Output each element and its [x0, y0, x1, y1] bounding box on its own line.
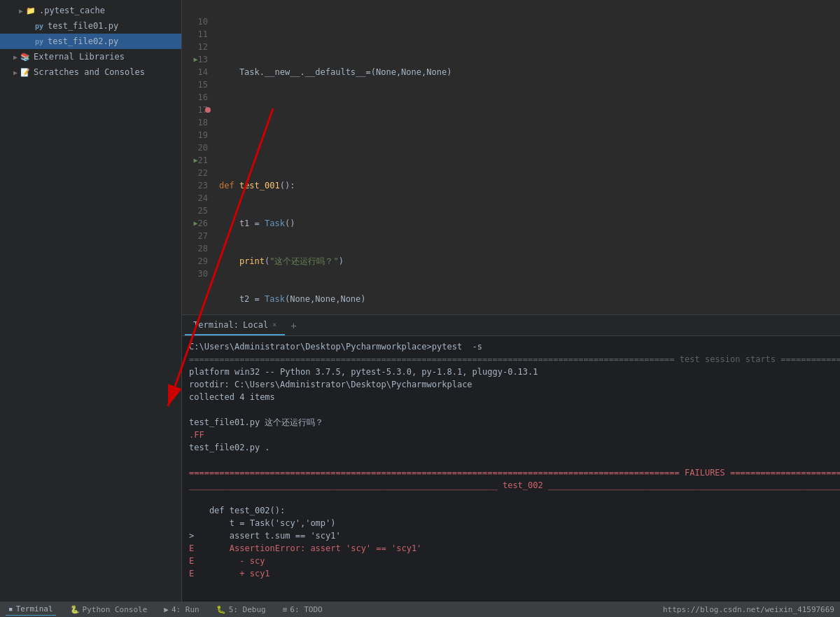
sidebar: ▶ 📁 .pytest_cache py test_file01.py py t… [0, 0, 182, 602]
sidebar-item-test-file01[interactable]: py test_file01.py [0, 18, 181, 34]
sidebar-tree: ▶ 📁 .pytest_cache py test_file01.py py t… [0, 0, 181, 602]
terminal-line: ========================================… [189, 353, 833, 366]
terminal-icon: ▪ [8, 604, 13, 613]
sidebar-item-pytest-cache[interactable]: ▶ 📁 .pytest_cache [0, 3, 181, 18]
editor-area: 10 11 12 ▶ 13 14 15 16 17 18 19 [182, 0, 840, 602]
tab-label: 6: TODO [290, 605, 322, 614]
sidebar-item-label: test_file01.py [48, 21, 118, 31]
terminal-line [189, 492, 833, 504]
tab-todo[interactable]: ≡ 6: TODO [280, 604, 326, 616]
terminal-line: .FF [189, 429, 833, 441]
panel-tabs: Terminal: Local × + [182, 315, 840, 336]
terminal-line [189, 403, 833, 416]
py-file-icon: py [34, 20, 45, 32]
terminal-content[interactable]: C:\Users\Administrator\Desktop\Pycharmwo… [182, 336, 840, 602]
tab-label: Terminal [16, 604, 53, 613]
status-url: https://blog.csdn.net/weixin_41597669 [663, 605, 834, 614]
tab-debug[interactable]: 🐛 5: Debug [214, 604, 269, 616]
code-line: Task.__new__.__defaults__=(None,None,Non… [214, 66, 840, 78]
scratches-icon: 📝 [20, 67, 31, 78]
expand-arrow: ▶ [17, 7, 25, 15]
sidebar-item-label: Scratches and Consoles [34, 67, 145, 77]
code-lines[interactable]: Task.__new__.__defaults__=(None,None,Non… [214, 0, 840, 314]
code-line [214, 141, 840, 154]
terminal-line: platform win32 -- Python 3.7.5, pytest-5… [189, 366, 833, 378]
tab-terminal-bottom[interactable]: ▪ Terminal [6, 603, 56, 616]
add-tab-button[interactable]: + [285, 315, 302, 335]
editor-content: 10 11 12 ▶ 13 14 15 16 17 18 19 [182, 0, 840, 314]
terminal-test-header: ________________________________________… [189, 479, 833, 492]
terminal-line: def test_002(): [189, 504, 833, 517]
code-line [214, 104, 840, 116]
tab-run[interactable]: ▶ 4: Run [161, 604, 202, 616]
tab-terminal[interactable]: Terminal: Local × [185, 315, 285, 335]
run-icon: ▶ [164, 605, 169, 614]
line-numbers: 10 11 12 ▶ 13 14 15 16 17 18 19 [182, 0, 214, 314]
terminal-tab-local: Local [243, 320, 268, 330]
terminal-line: > assert t.sum == 'scy1' [189, 529, 833, 542]
terminal-line: test_file02.py . [189, 441, 833, 454]
expand-arrow: ▶ [11, 53, 20, 61]
expand-arrow: ▶ [11, 69, 20, 76]
terminal-line: test_file01.py 这个还运行吗？ [189, 416, 833, 429]
tab-label: 4: Run [172, 605, 200, 614]
sidebar-item-label: test_file02.py [48, 36, 118, 46]
python-icon: 🐍 [70, 605, 80, 614]
status-bar: ▪ Terminal 🐍 Python Console ▶ 4: Run 🐛 5… [0, 602, 840, 617]
bottom-tool-tabs: ▪ Terminal 🐍 Python Console ▶ 4: Run 🐛 5… [6, 603, 326, 616]
library-icon: 📚 [20, 51, 31, 62]
code-line: t1 = Task() [214, 217, 840, 230]
terminal-tab-label: Terminal: [193, 320, 239, 330]
py-file-icon: py [34, 36, 45, 47]
tab-label: Python Console [83, 605, 148, 614]
sidebar-item-label: .pytest_cache [39, 6, 105, 15]
breakpoint-marker [205, 107, 211, 113]
code-editor: 10 11 12 ▶ 13 14 15 16 17 18 19 [182, 0, 840, 314]
sidebar-item-scratches[interactable]: ▶ 📝 Scratches and Consoles [0, 64, 181, 80]
terminal-line: t = Task('scy','omp') [189, 517, 833, 529]
tab-label: 5: Debug [229, 605, 266, 614]
terminal-error-diff1: E - scy [189, 555, 833, 567]
folder-icon: 📁 [25, 5, 36, 16]
terminal-error-line: E AssertionError: assert 'scy' == 'scy1' [189, 542, 833, 555]
terminal-line: collected 4 items [189, 391, 833, 403]
debug-icon: 🐛 [216, 605, 226, 614]
code-line: print("这个还运行吗？") [214, 255, 840, 268]
terminal-error-diff2: E + scy1 [189, 567, 833, 580]
terminal-line: rootdir: C:\Users\Administrator\Desktop\… [189, 378, 833, 391]
close-icon[interactable]: × [272, 321, 276, 328]
code-line [214, 28, 840, 41]
terminal-line: C:\Users\Administrator\Desktop\Pycharmwo… [189, 340, 833, 353]
code-line: t2 = Task(None,None,None) [214, 293, 840, 305]
todo-icon: ≡ [283, 605, 288, 614]
sidebar-item-label: External Libraries [34, 52, 125, 62]
tab-python-console[interactable]: 🐍 Python Console [67, 604, 150, 616]
sidebar-item-external-libraries[interactable]: ▶ 📚 External Libraries [0, 49, 181, 64]
terminal-failures-header: ========================================… [189, 466, 833, 479]
code-line: def test_001(): [214, 179, 840, 192]
terminal-line [189, 454, 833, 466]
bottom-panel: Terminal: Local × + C:\Users\Administrat… [182, 314, 840, 602]
sidebar-item-test-file02[interactable]: py test_file02.py [0, 34, 181, 49]
